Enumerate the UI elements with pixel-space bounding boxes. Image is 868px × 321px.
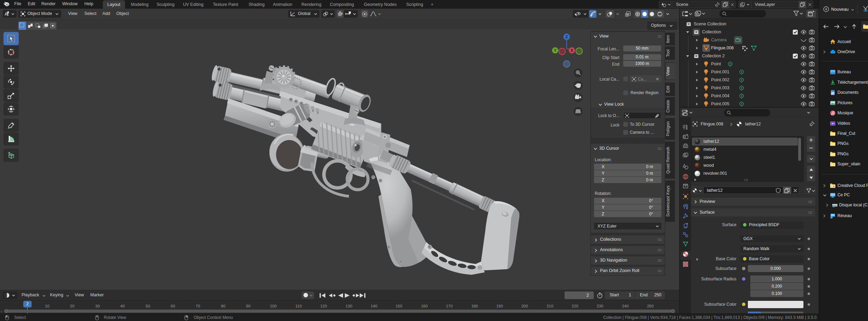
svg-text:Z: Z	[566, 35, 568, 39]
svg-text:X: X	[570, 48, 573, 52]
svg-text:Y: Y	[554, 48, 556, 52]
